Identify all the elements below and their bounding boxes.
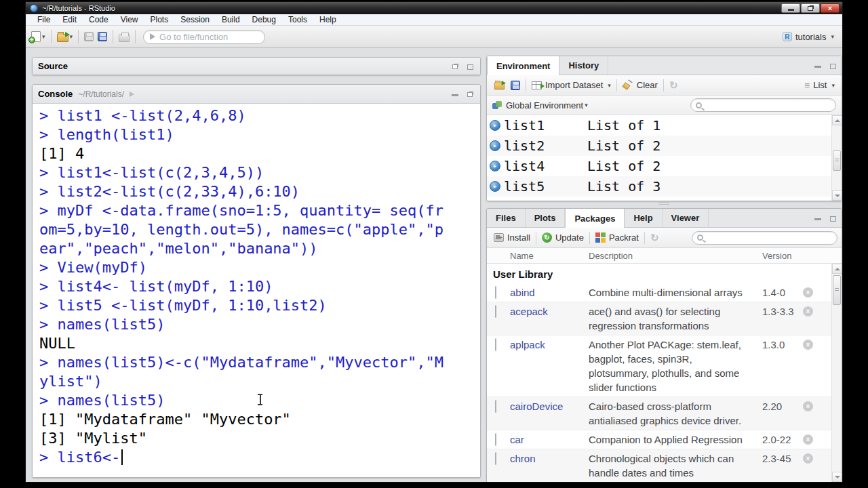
scroll-down-button[interactable]: [832, 472, 842, 482]
source-restore-button[interactable]: [450, 62, 460, 70]
scrollbar-thumb[interactable]: [833, 275, 841, 305]
expand-arrow-icon[interactable]: ▸: [490, 140, 500, 151]
clear-environment-button[interactable]: Clear: [620, 78, 660, 93]
remove-package-icon[interactable]: ×: [803, 434, 813, 445]
remove-package-icon[interactable]: ×: [803, 306, 813, 317]
packages-maximize-button[interactable]: [828, 214, 837, 222]
environment-object-row[interactable]: ▸ list5 List of 3: [487, 176, 842, 197]
package-row: car Companion to Applied Regression 2.0-…: [487, 430, 831, 449]
environment-object-row[interactable]: ▸ list1 List of 1: [487, 115, 842, 136]
environment-maximize-button[interactable]: [828, 62, 837, 69]
scroll-down-button[interactable]: [832, 190, 842, 201]
source-maximize-button[interactable]: [465, 62, 475, 70]
package-attach-checkbox[interactable]: [495, 305, 496, 318]
packages-scrollbar[interactable]: [831, 264, 842, 482]
menu-item[interactable]: Edit: [56, 15, 83, 24]
object-name: list4: [504, 158, 587, 174]
menu-item[interactable]: File: [31, 15, 56, 24]
env-open-button[interactable]: [491, 78, 508, 93]
open-file-button[interactable]: ▾: [55, 28, 75, 45]
console-restore-button[interactable]: [465, 90, 475, 98]
remove-package-icon[interactable]: ×: [803, 401, 813, 411]
package-attach-checkbox[interactable]: [495, 433, 496, 446]
open-in-new-icon[interactable]: [130, 92, 134, 97]
menu-item[interactable]: Debug: [246, 15, 282, 24]
expand-arrow-icon[interactable]: ▸: [490, 120, 500, 131]
environment-search-input[interactable]: [705, 100, 831, 110]
packages-refresh-button[interactable]: ↻: [648, 230, 662, 245]
package-attach-checkbox[interactable]: [495, 286, 496, 299]
package-attach-checkbox[interactable]: [495, 338, 496, 351]
packages-search-input[interactable]: [707, 233, 832, 243]
package-name-link[interactable]: chron: [510, 451, 589, 480]
package-name-link[interactable]: abind: [510, 285, 589, 300]
env-refresh-button[interactable]: ↻: [667, 78, 681, 93]
packrat-button[interactable]: Packrat: [593, 230, 642, 245]
scrollbar-thumb[interactable]: [833, 150, 841, 171]
search-icon: [697, 235, 703, 241]
environment-tab[interactable]: History: [559, 56, 608, 75]
packages-minimize-button[interactable]: [813, 214, 823, 222]
update-button[interactable]: ↻ Update: [539, 230, 587, 245]
packages-tab[interactable]: Plots: [526, 209, 566, 227]
console-output-area[interactable]: > list1 <-list(2,4,6,8) > length(list1) …: [33, 104, 480, 477]
goto-file-input[interactable]: [159, 32, 279, 42]
environment-object-row[interactable]: ▸ list2 List of 2: [487, 136, 842, 156]
remove-package-icon[interactable]: ×: [803, 287, 813, 298]
env-save-button[interactable]: [508, 78, 523, 93]
packages-tab[interactable]: Files: [487, 209, 526, 227]
remove-package-icon[interactable]: ×: [803, 340, 813, 350]
packages-tab[interactable]: Packages: [565, 209, 625, 228]
scroll-up-button[interactable]: [832, 264, 842, 274]
package-name-link[interactable]: aplpack: [510, 338, 589, 394]
menu-item[interactable]: Help: [313, 15, 342, 24]
pane-splitter-handle[interactable]: [658, 202, 669, 205]
import-dataset-button[interactable]: Import Dataset ▾: [529, 78, 614, 93]
package-description: Cairo-based cross-platform antialiased g…: [589, 399, 762, 428]
menu-item[interactable]: Build: [216, 15, 246, 24]
environment-scope-label[interactable]: Global Environment: [506, 100, 583, 110]
restore-icon: [452, 64, 458, 69]
project-selector[interactable]: R tutorials ▾: [780, 30, 837, 43]
package-name-link[interactable]: cairoDevice: [510, 399, 589, 428]
save-button[interactable]: [82, 28, 96, 45]
package-name-link[interactable]: acepack: [510, 304, 589, 333]
save-icon: [511, 81, 520, 90]
list-view-button[interactable]: ≡ List ▾: [802, 78, 837, 93]
menu-item[interactable]: Code: [83, 15, 115, 24]
goto-file-box: [143, 30, 265, 44]
expand-arrow-icon[interactable]: ▸: [490, 161, 500, 171]
install-button[interactable]: + Install: [491, 230, 533, 245]
remove-package-icon[interactable]: ×: [803, 453, 813, 464]
environment-tab[interactable]: Environment: [487, 56, 559, 75]
save-icon: [84, 32, 94, 41]
environment-object-row[interactable]: ▸ list4 List of 2: [487, 156, 842, 176]
scroll-up-button[interactable]: [832, 115, 842, 125]
maximize-icon: [830, 216, 836, 222]
expand-arrow-icon[interactable]: ▸: [490, 181, 500, 192]
package-row: cairoDevice Cairo-based cross-platform a…: [487, 397, 831, 430]
print-button[interactable]: [117, 28, 132, 45]
packages-tab[interactable]: Viewer: [663, 209, 709, 227]
restore-button[interactable]: [801, 3, 820, 13]
new-file-button[interactable]: + ▾: [29, 28, 47, 45]
environment-minimize-button[interactable]: [813, 62, 823, 69]
menu-item[interactable]: Session: [174, 15, 216, 24]
package-name-link[interactable]: car: [510, 432, 589, 447]
environment-scrollbar[interactable]: [831, 115, 842, 201]
save-all-button[interactable]: [96, 28, 109, 45]
search-icon: [696, 102, 702, 108]
console-line: ylist"): [39, 372, 480, 391]
minimize-button[interactable]: [781, 3, 800, 13]
menu-item[interactable]: View: [115, 15, 144, 24]
menu-item[interactable]: Tools: [282, 15, 313, 24]
package-description: Chronological objects which can handle d…: [589, 451, 762, 480]
toolbar-divider: [113, 30, 113, 43]
console-minimize-button[interactable]: [450, 90, 460, 98]
close-button[interactable]: ×: [821, 3, 840, 13]
package-attach-checkbox[interactable]: [495, 452, 496, 465]
packages-tab[interactable]: Help: [625, 209, 662, 227]
package-attach-checkbox[interactable]: [495, 400, 496, 413]
menu-item[interactable]: Plots: [144, 15, 175, 24]
column-name: Name: [510, 251, 589, 261]
